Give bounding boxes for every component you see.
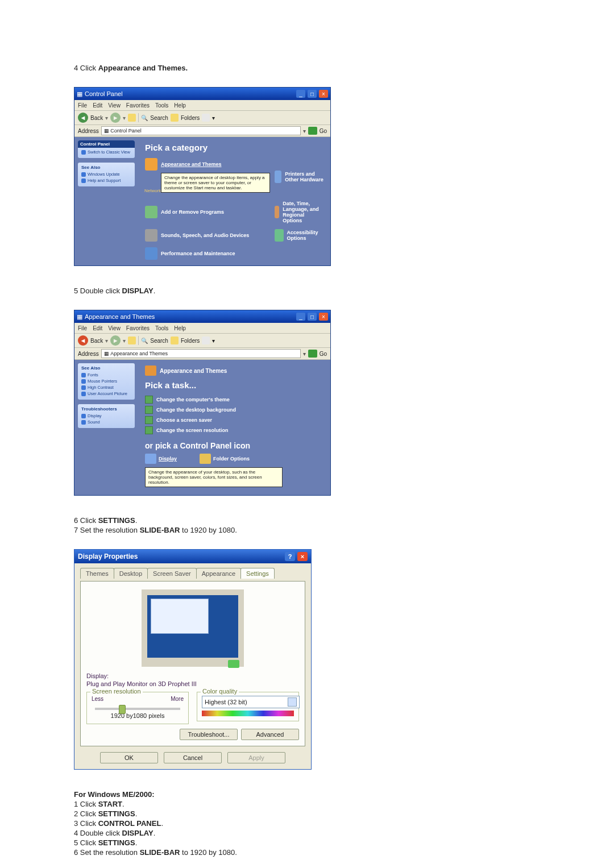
up-icon[interactable] [128, 114, 136, 122]
slider-min-label: Less [92, 696, 103, 702]
bullet-icon [81, 414, 86, 418]
help-icon[interactable]: ? [285, 552, 295, 561]
address-label: Address [78, 351, 99, 357]
window-icon: ▦ [77, 313, 82, 321]
high-contrast-link[interactable]: High Contrast [81, 385, 131, 390]
menu-edit[interactable]: Edit [93, 325, 102, 331]
switch-classic-link[interactable]: Switch to Classic View [81, 149, 131, 155]
back-icon[interactable]: ◄ [78, 113, 88, 123]
color-quality-select[interactable]: Highest (32 bit) [202, 696, 300, 708]
window-icon: ▦ [104, 351, 109, 356]
instruction-step-7: 7 Set the resolution SLIDE-BAR to 1920 b… [74, 526, 614, 534]
side-box-control-panel: Control Panel Switch to Classic View [78, 140, 135, 158]
cancel-button[interactable]: Cancel [164, 752, 222, 763]
fonts-link[interactable]: Fonts [81, 372, 131, 377]
go-label[interactable]: Go [320, 128, 327, 134]
go-icon[interactable] [308, 127, 317, 135]
tooltip-text: Change the appearance of your desktop, s… [148, 470, 262, 485]
windows-update-link[interactable]: Windows Update [81, 172, 131, 177]
ts-sound-link[interactable]: Sound [81, 420, 131, 425]
menu-favorites[interactable]: Favorites [126, 102, 150, 109]
window-body: See Also Fonts Mouse Pointers High Contr… [74, 360, 330, 495]
forward-icon[interactable]: ► [110, 335, 121, 346]
views-icon[interactable] [202, 114, 210, 122]
category-accessibility[interactable]: Accessibility Options [275, 229, 323, 242]
folders-label[interactable]: Folders [181, 115, 200, 121]
category-add-remove[interactable]: Add or Remove Programs [145, 201, 270, 223]
help-support-link[interactable]: Help and Support [81, 178, 131, 183]
maximize-icon[interactable]: □ [308, 313, 317, 321]
category-date-time[interactable]: Date, Time, Language, and Regional Optio… [275, 201, 323, 223]
tab-screen-saver[interactable]: Screen Saver [147, 568, 197, 579]
category-icon [145, 247, 157, 260]
menu-favorites[interactable]: Favorites [126, 325, 150, 331]
menu-view[interactable]: View [108, 325, 121, 331]
category-appearance-themes[interactable]: Appearance and Themes [145, 158, 270, 171]
menu-help[interactable]: Help [174, 102, 186, 109]
back-label[interactable]: Back [90, 338, 103, 344]
views-icon[interactable] [202, 337, 210, 344]
menu-help[interactable]: Help [174, 325, 186, 331]
apply-button[interactable]: Apply [227, 752, 285, 763]
task-screen-resolution[interactable]: Change the screen resolution [145, 426, 323, 434]
tab-desktop[interactable]: Desktop [114, 568, 148, 579]
up-icon[interactable] [128, 337, 136, 344]
user-account-picture-link[interactable]: User Account Picture [81, 391, 131, 396]
address-input[interactable]: ▦ Appearance and Themes [101, 349, 301, 358]
menu-tools[interactable]: Tools [155, 102, 168, 109]
text: . [135, 516, 138, 525]
minimize-icon[interactable]: _ [296, 90, 305, 98]
menu-view[interactable]: View [108, 102, 121, 109]
category-icon [145, 229, 157, 242]
maximize-icon[interactable]: □ [308, 90, 317, 98]
instruction-step-4: 4 Click Appearance and Themes. [74, 64, 614, 72]
forward-icon[interactable]: ► [110, 113, 121, 123]
icon-display[interactable]: Display [145, 454, 177, 464]
back-label[interactable]: Back [90, 115, 103, 121]
mouse-pointers-link[interactable]: Mouse Pointers [81, 379, 131, 384]
close-icon[interactable]: × [297, 552, 308, 561]
go-label[interactable]: Go [320, 351, 327, 357]
slider-max-label: More [171, 696, 184, 702]
back-icon[interactable]: ◄ [78, 335, 88, 346]
task-change-background[interactable]: Change the desktop background [145, 406, 323, 414]
bullet-icon [81, 392, 86, 396]
menu-file[interactable]: File [78, 102, 87, 109]
task-change-theme[interactable]: Change the computer's theme [145, 396, 323, 404]
ok-button[interactable]: OK [100, 752, 158, 763]
tab-themes[interactable]: Themes [80, 568, 114, 579]
slider-knob[interactable] [119, 705, 126, 714]
or-pick-heading: or pick a Control Panel icon [145, 441, 323, 450]
me2000-step-1: 1 Click START. [74, 800, 614, 808]
menu-file[interactable]: File [78, 325, 87, 331]
minimize-icon[interactable]: _ [296, 313, 305, 321]
display-value: Plug and Play Monitor on 3D Prophet III [86, 680, 299, 687]
address-input[interactable]: ▦ Control Panel [101, 126, 301, 135]
close-icon[interactable]: × [319, 90, 328, 98]
search-icon[interactable]: 🔍 [141, 115, 148, 121]
go-icon[interactable] [308, 350, 317, 358]
search-label[interactable]: Search [150, 115, 168, 121]
advanced-button[interactable]: Advanced [241, 729, 299, 740]
search-icon[interactable]: 🔍 [141, 338, 148, 344]
tab-settings[interactable]: Settings [240, 568, 275, 579]
icon-folder-options[interactable]: Folder Options [200, 454, 250, 464]
close-icon[interactable]: × [319, 313, 328, 321]
category-sounds[interactable]: Sounds, Speech, and Audio Devices [145, 229, 270, 242]
folders-icon[interactable] [171, 114, 179, 122]
menu-edit[interactable]: Edit [93, 102, 102, 109]
resolution-slider[interactable] [95, 708, 180, 710]
category-printers[interactable]: Printers and Other Hardware [275, 158, 323, 195]
chevron-down-icon[interactable] [288, 697, 297, 707]
category-performance[interactable]: Performance and Maintenance [145, 247, 270, 260]
ts-display-link[interactable]: Display [81, 413, 131, 418]
search-label[interactable]: Search [150, 338, 168, 344]
troubleshoot-button[interactable]: Troubleshoot... [180, 729, 238, 740]
menu-tools[interactable]: Tools [155, 325, 168, 331]
tab-appearance[interactable]: Appearance [196, 568, 241, 579]
bullet-icon [81, 150, 86, 155]
folders-icon[interactable] [171, 337, 179, 344]
folders-label[interactable]: Folders [181, 338, 200, 344]
breadcrumb: Appearance and Themes [160, 368, 227, 374]
task-screen-saver[interactable]: Choose a screen saver [145, 416, 323, 424]
